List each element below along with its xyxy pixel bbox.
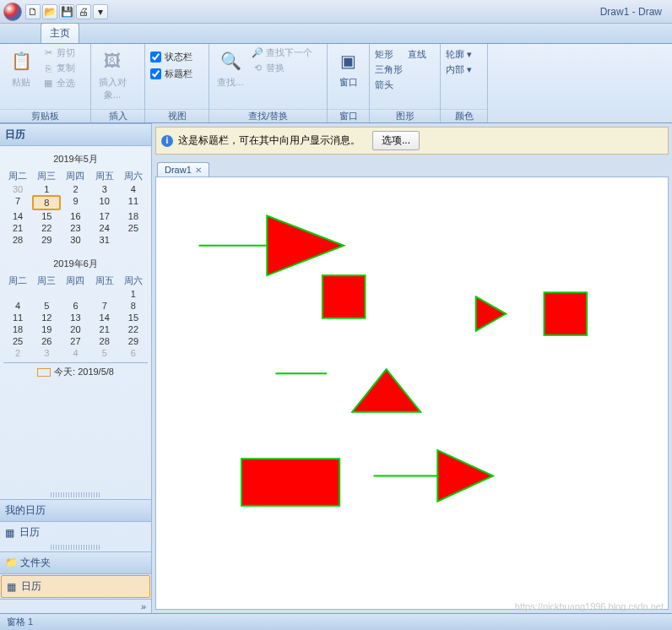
calendar-day[interactable]: 24 xyxy=(90,222,119,234)
statusbar-checkbox[interactable]: 状态栏 xyxy=(149,49,194,65)
options-button[interactable]: 选项... xyxy=(372,131,420,150)
new-icon[interactable]: 🗋 xyxy=(25,4,41,19)
calendar-day[interactable]: 6 xyxy=(61,300,89,312)
open-icon[interactable]: 📂 xyxy=(42,4,57,19)
tab-home[interactable]: 主页 xyxy=(41,23,79,43)
calendar-day[interactable]: 7 xyxy=(90,300,119,312)
close-icon[interactable]: ✕ xyxy=(195,166,202,175)
selectall-button[interactable]: ▦全选 xyxy=(41,76,77,90)
find-next-button[interactable]: 🔎查找下一个 xyxy=(250,46,314,60)
calendar-day[interactable]: 26 xyxy=(32,335,61,347)
calendar-day[interactable] xyxy=(32,288,61,300)
calendar-day[interactable]: 22 xyxy=(119,323,148,335)
paste-button[interactable]: 📋 粘贴 xyxy=(3,46,39,90)
line-button[interactable]: 直线 xyxy=(406,47,428,62)
find-button[interactable]: 🔍 查找... xyxy=(213,46,248,90)
calendar-day[interactable]: 8 xyxy=(119,300,148,312)
calendar-day[interactable]: 28 xyxy=(90,335,119,347)
calendar-day[interactable]: 7 xyxy=(3,195,32,210)
calendar-day[interactable]: 21 xyxy=(3,222,32,234)
calendar-day[interactable]: 8 xyxy=(32,195,61,210)
rect-button[interactable]: 矩形 xyxy=(373,47,404,62)
calendar-day[interactable]: 13 xyxy=(61,312,89,323)
calendar-day[interactable]: 25 xyxy=(3,335,32,347)
calendar-day[interactable]: 20 xyxy=(61,323,89,335)
calendar-day[interactable]: 11 xyxy=(119,195,148,210)
calendar-day[interactable]: 4 xyxy=(119,183,148,195)
calendar-day[interactable]: 4 xyxy=(61,347,89,359)
calendar-day[interactable]: 3 xyxy=(32,347,61,359)
insert-object-button[interactable]: 🖼 插入对象... xyxy=(95,46,130,103)
triangle-button[interactable]: 三角形 xyxy=(373,62,404,77)
calendar-day[interactable] xyxy=(3,288,32,300)
sidebar-grip-2[interactable] xyxy=(51,545,100,550)
shape-arrowhead-3[interactable] xyxy=(437,450,493,502)
outline-color-button[interactable]: 轮廓 ▾ xyxy=(444,47,474,62)
shape-square[interactable] xyxy=(322,275,365,318)
my-calendar-header[interactable]: 我的日历 xyxy=(0,499,151,522)
replace-button[interactable]: ⟲替换 xyxy=(250,61,314,75)
calendar-day[interactable]: 27 xyxy=(61,335,89,347)
calendar-day[interactable]: 14 xyxy=(90,312,119,323)
copy-button[interactable]: ⎘复制 xyxy=(41,61,77,75)
calendar-day[interactable]: 23 xyxy=(61,222,89,234)
arrow-button[interactable]: 箭头 xyxy=(373,78,404,92)
calendar-day[interactable]: 16 xyxy=(61,210,89,222)
calendar-day[interactable]: 14 xyxy=(3,210,32,222)
calendar-day[interactable]: 30 xyxy=(61,234,89,246)
calendar-day[interactable]: 6 xyxy=(119,347,148,359)
calendar-day[interactable] xyxy=(119,234,148,246)
calendar-day[interactable]: 25 xyxy=(119,222,148,234)
qat-dropdown-icon[interactable]: ▾ xyxy=(93,4,108,19)
calendar-day[interactable]: 29 xyxy=(32,234,61,246)
save-icon[interactable]: 💾 xyxy=(59,4,74,19)
calendar-day[interactable]: 29 xyxy=(119,335,148,347)
cut-button[interactable]: ✂剪切 xyxy=(41,46,77,60)
calendar-day[interactable]: 4 xyxy=(3,300,32,312)
calendar-day[interactable]: 15 xyxy=(119,312,148,323)
calendar-day[interactable]: 2 xyxy=(3,347,32,359)
shape-arrowhead[interactable] xyxy=(267,215,344,275)
calendar-day[interactable]: 30 xyxy=(3,183,32,195)
calendar-day[interactable]: 17 xyxy=(90,210,119,222)
folder-header[interactable]: 📁 文件夹 xyxy=(0,551,151,574)
calendar-day[interactable]: 2 xyxy=(61,183,89,195)
calendar-day[interactable]: 18 xyxy=(3,323,32,335)
shape-square-2[interactable] xyxy=(545,292,587,334)
sidebar-collapse[interactable]: » xyxy=(0,599,151,613)
my-calendar-item[interactable]: ▦日历 xyxy=(0,522,151,543)
calendar-day[interactable]: 28 xyxy=(3,234,32,246)
folder-item-calendar[interactable]: ▦日历 xyxy=(1,575,150,598)
calendar-today[interactable]: 今天: 2019/5/8 xyxy=(3,362,148,378)
statusbar-check-icon[interactable] xyxy=(150,52,161,62)
calendar-day[interactable]: 1 xyxy=(32,183,61,195)
shape-triangle[interactable] xyxy=(352,369,420,411)
titlebar-checkbox[interactable]: 标题栏 xyxy=(149,66,194,82)
calendar-day[interactable]: 19 xyxy=(32,323,61,335)
calendar-day[interactable]: 5 xyxy=(90,347,119,359)
window-button[interactable]: ▣ 窗口 xyxy=(331,46,366,90)
document-tab[interactable]: Draw1 ✕ xyxy=(157,162,209,177)
calendar-day[interactable]: 31 xyxy=(90,234,119,246)
calendar-day[interactable] xyxy=(90,288,119,300)
calendar-day[interactable]: 22 xyxy=(32,222,61,234)
calendar-day[interactable]: 9 xyxy=(61,195,89,210)
calendar-day[interactable] xyxy=(61,288,89,300)
canvas[interactable] xyxy=(155,177,669,610)
calendar-day[interactable]: 15 xyxy=(32,210,61,222)
calendar-day[interactable]: 1 xyxy=(119,288,148,300)
calendar-day[interactable]: 5 xyxy=(32,300,61,312)
calendar-day[interactable]: 18 xyxy=(119,210,148,222)
calendar-day[interactable]: 11 xyxy=(3,312,32,323)
print-icon[interactable]: 🖨 xyxy=(76,4,91,19)
sidebar-grip[interactable] xyxy=(51,492,100,497)
calendar-day[interactable]: 21 xyxy=(90,323,119,335)
fill-color-button[interactable]: 内部 ▾ xyxy=(444,62,474,77)
calendar-day[interactable]: 3 xyxy=(90,183,119,195)
calendar-day[interactable]: 10 xyxy=(90,195,119,210)
shape-rect[interactable] xyxy=(241,459,339,506)
shape-arrowhead-2[interactable] xyxy=(476,296,506,330)
titlebar-check-icon[interactable] xyxy=(150,68,161,79)
app-icon[interactable] xyxy=(3,3,22,21)
calendar-day[interactable]: 12 xyxy=(32,312,61,323)
